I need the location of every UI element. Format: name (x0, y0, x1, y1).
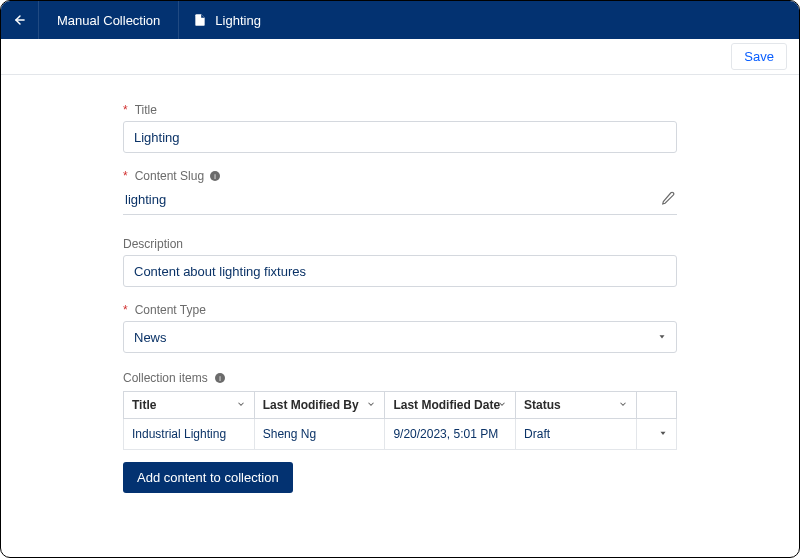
content-type-label: Content Type (135, 303, 206, 317)
slug-label: Content Slug (135, 169, 204, 183)
col-modified-date[interactable]: Last Modified Date (385, 392, 516, 419)
required-marker: * (123, 169, 128, 183)
chevron-down-icon (236, 398, 246, 412)
cell-modified-by: Sheng Ng (254, 419, 385, 450)
add-content-button[interactable]: Add content to collection (123, 462, 293, 493)
form-content: *Title * Content Slug i lighting Descrip… (1, 75, 799, 557)
document-icon (193, 13, 207, 27)
page-title: Lighting (215, 13, 261, 28)
info-icon[interactable]: i (209, 170, 221, 182)
slug-field: * Content Slug i lighting (123, 169, 677, 215)
col-actions (636, 392, 676, 419)
title-label: Title (135, 103, 157, 117)
col-title[interactable]: Title (124, 392, 255, 419)
app-header: Manual Collection Lighting (1, 1, 799, 39)
pencil-icon[interactable] (661, 191, 675, 208)
arrow-left-icon (13, 13, 27, 27)
chevron-down-icon (497, 398, 507, 412)
required-marker: * (123, 103, 128, 117)
toolbar: Save (1, 39, 799, 75)
save-button[interactable]: Save (731, 43, 787, 70)
breadcrumb: Manual Collection (39, 1, 179, 39)
slug-value: lighting (125, 192, 166, 207)
description-input[interactable] (123, 255, 677, 287)
table-row[interactable]: Industrial Lighting Sheng Ng 9/20/2023, … (124, 419, 677, 450)
content-type-select[interactable]: News (123, 321, 677, 353)
svg-marker-6 (661, 432, 666, 435)
content-type-field: *Content Type News (123, 303, 677, 353)
title-input[interactable] (123, 121, 677, 153)
chevron-down-icon (658, 428, 668, 438)
back-button[interactable] (1, 1, 39, 39)
description-label: Description (123, 237, 183, 251)
chevron-down-icon (618, 398, 628, 412)
collection-items-table: Title Last Modified By Last Modified Dat… (123, 391, 677, 450)
cell-status: Draft (516, 419, 637, 450)
col-status[interactable]: Status (516, 392, 637, 419)
chevron-down-icon (366, 398, 376, 412)
required-marker: * (123, 303, 128, 317)
col-modified-by[interactable]: Last Modified By (254, 392, 385, 419)
row-actions[interactable] (636, 419, 676, 450)
collection-items-label: Collection items i (123, 371, 677, 385)
header-doc-title: Lighting (179, 13, 275, 28)
cell-title[interactable]: Industrial Lighting (124, 419, 255, 450)
description-field: Description (123, 237, 677, 287)
info-icon[interactable]: i (214, 372, 226, 384)
title-field: *Title (123, 103, 677, 153)
cell-modified-date: 9/20/2023, 5:01 PM (385, 419, 516, 450)
